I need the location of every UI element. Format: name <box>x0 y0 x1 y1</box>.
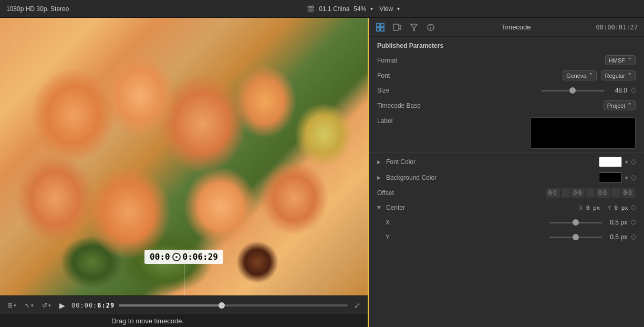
x-slider-row: X 0.5 px <box>369 215 644 230</box>
label-preview-box[interactable] <box>531 117 636 149</box>
view-button[interactable]: View <box>379 5 393 13</box>
y-slider-row: Y 0.5 px <box>369 230 644 244</box>
y-slider-track[interactable] <box>549 237 602 238</box>
panel-title: Timecode <box>501 23 531 31</box>
layout-chevron-icon: ▾ <box>14 303 16 308</box>
top-bar: 1080p HD 30p, Stereo 🎬 01.1 China 54% ▾ … <box>0 0 644 18</box>
timecode-overlay[interactable]: 00:0 0:06:29 <box>144 250 223 264</box>
center-expand-icon[interactable]: ▶ <box>377 206 382 210</box>
timecode-base-chevron-icon: ⌃ <box>627 102 632 109</box>
divider-1 <box>369 152 644 153</box>
bg-color-expand-icon[interactable]: ▶ <box>377 175 381 180</box>
loop-chevron-icon: ▾ <box>48 303 51 308</box>
label-label: Label <box>377 117 451 125</box>
center-x-axis-label: X <box>579 205 583 211</box>
playhead-line <box>184 264 184 295</box>
center-label: Center <box>386 204 460 211</box>
fullscreen-button[interactable]: ⤢ <box>352 300 362 311</box>
svg-rect-2 <box>377 28 380 31</box>
size-value: 48.0 <box>608 87 627 94</box>
tab-filter[interactable] <box>409 22 419 33</box>
bg-color-value: ▾ <box>464 172 636 183</box>
font-row: Font Geneva ⌃ Regular ⌃ <box>369 68 644 83</box>
timecode-base-row: Timecode Base Project ⌃ <box>369 98 644 113</box>
font-family-select[interactable]: Geneva ⌃ <box>563 70 597 80</box>
svg-point-8 <box>430 25 431 26</box>
overlay-tc-text: 00:0 <box>150 252 170 262</box>
fullscreen-icon: ⤢ <box>354 301 360 310</box>
timecode-drag-handle[interactable] <box>172 253 181 261</box>
size-row: Size 48.0 <box>369 83 644 98</box>
cursor-button[interactable]: ↖ ▾ <box>23 301 36 310</box>
inspector-panel: Timecode 00:00:01:27 Published Parameter… <box>368 18 644 327</box>
video-preview: 00:0 0:06:29 <box>0 18 368 295</box>
layout-button[interactable]: ⊞ ▾ <box>5 301 18 310</box>
timecode-base-select[interactable]: Project ⌃ <box>604 100 636 110</box>
format-label: Format <box>377 57 451 64</box>
bg-color-chevron-icon[interactable]: ▾ <box>625 175 628 181</box>
timeline-thumb[interactable] <box>219 302 225 309</box>
center-xy-values: X 0 px Y 0 px <box>464 205 636 211</box>
timeline-progress <box>119 304 222 306</box>
x-value-container: 0.5 px <box>463 219 636 226</box>
play-button[interactable]: ▶ <box>57 300 67 311</box>
font-color-swatch[interactable] <box>599 157 622 167</box>
center-row: ▶ Center X 0 px Y 0 px <box>369 200 644 215</box>
timecode-base-value: Project ⌃ <box>455 100 636 110</box>
playback-timecode: 00:00:6:29 <box>71 302 115 309</box>
bg-color-keyframe-diamond[interactable] <box>630 175 636 180</box>
timecode-base-select-value: Project <box>607 103 625 109</box>
offset-label: Offset <box>377 189 451 197</box>
font-style-chevron-icon: ⌃ <box>627 72 632 79</box>
bg-color-swatch[interactable] <box>599 172 622 183</box>
video-section: 00:0 0:06:29 ⊞ ▾ ↖ ▾ ↺ ▾ <box>0 18 368 327</box>
center-keyframe-diamond[interactable] <box>630 205 636 210</box>
panel-timecode: 00:00:01:27 <box>596 24 638 31</box>
center-x-value[interactable]: 0 px <box>586 205 600 211</box>
tab-video[interactable] <box>392 22 402 33</box>
font-style-select[interactable]: Regular ⌃ <box>601 70 636 80</box>
x-label: X <box>386 219 459 226</box>
font-color-keyframe-diamond[interactable] <box>630 159 636 165</box>
play-icon: ▶ <box>59 301 65 310</box>
overlay-tc-text2: 0:06:29 <box>183 252 218 262</box>
top-bar-center: 🎬 01.1 China 54% ▾ View ▾ <box>307 5 400 13</box>
zoom-chevron-icon[interactable]: ▾ <box>370 6 373 12</box>
zoom-percent[interactable]: 54% <box>354 5 366 13</box>
format-select[interactable]: HMSF ⌃ <box>605 55 636 65</box>
tab-inspector[interactable] <box>375 22 386 33</box>
tab-info[interactable] <box>425 22 436 33</box>
top-bar-left: 1080p HD 30p, Stereo <box>6 5 69 13</box>
x-slider-track[interactable] <box>549 222 602 223</box>
font-color-expand-icon[interactable]: ▶ <box>377 159 381 165</box>
panel-tabs: Timecode 00:00:01:27 <box>369 18 644 37</box>
format-row: Format HMSF ⌃ <box>369 53 644 68</box>
svg-rect-1 <box>381 24 384 27</box>
x-slider-thumb[interactable] <box>573 219 579 226</box>
format-select-value: HMSF <box>609 57 625 64</box>
timeline-scrubber[interactable] <box>119 304 348 306</box>
font-color-value: ▾ <box>464 157 636 167</box>
font-color-row: ▶ Font Color ▾ <box>369 154 644 170</box>
size-slider-thumb[interactable] <box>569 87 576 94</box>
center-y-axis-label: Y <box>607 205 611 211</box>
offset-timecode[interactable]: 00 : 00 : 00 : 00 <box>545 188 636 198</box>
view-chevron-icon[interactable]: ▾ <box>397 6 400 12</box>
bottom-section: ⊞ ▾ ↖ ▾ ↺ ▾ ▶ 00:00:6:29 <box>0 295 368 327</box>
font-color-chevron-icon[interactable]: ▾ <box>625 159 628 166</box>
size-keyframe-diamond[interactable] <box>630 87 636 93</box>
x-keyframe-diamond[interactable] <box>630 219 636 225</box>
format-value: HMSF ⌃ <box>455 55 636 65</box>
y-keyframe-diamond[interactable] <box>630 234 636 240</box>
center-y-value[interactable]: 0 px <box>615 205 629 211</box>
font-color-label: Font Color <box>386 158 460 166</box>
bg-color-row: ▶ Background Color ▾ <box>369 170 644 186</box>
format-select-chevron-icon: ⌃ <box>627 57 632 64</box>
label-row: Label <box>369 113 644 151</box>
size-slider-track[interactable] <box>541 90 604 91</box>
loop-button[interactable]: ↺ ▾ <box>40 301 53 310</box>
clip-icon: 🎬 <box>307 5 315 13</box>
y-slider-thumb[interactable] <box>573 234 579 240</box>
timecode-prefix: 00:00: <box>71 302 97 309</box>
label-box-container <box>455 117 636 149</box>
